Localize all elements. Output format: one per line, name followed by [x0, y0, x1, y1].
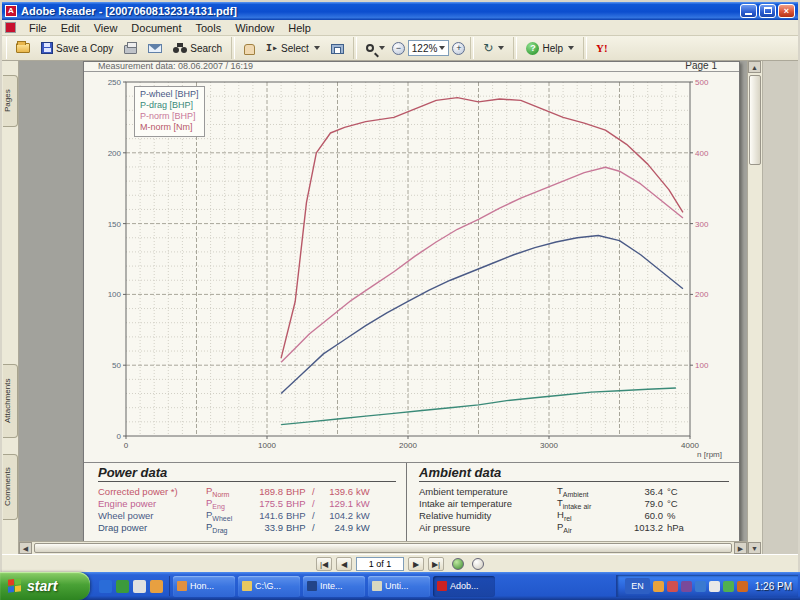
help-label: Help: [542, 43, 563, 54]
power-data-row: Wheel powerPWheel141.6BHP/104.2kW: [98, 509, 396, 521]
ambient-data-row: Intake air temperatureTintake air79.0°C: [419, 497, 729, 509]
scroll-right-icon[interactable]: ▶: [734, 542, 747, 554]
svg-text:0: 0: [124, 441, 129, 450]
open-button[interactable]: [12, 41, 34, 55]
page-number-label: Page 1: [685, 61, 717, 71]
first-page-button[interactable]: |◀: [316, 557, 332, 571]
search-button[interactable]: Search: [169, 41, 226, 56]
quick-launch-icon-3[interactable]: [133, 580, 146, 593]
help-button[interactable]: ? Help: [522, 40, 578, 57]
svg-text:0: 0: [117, 432, 122, 441]
scroll-down-icon[interactable]: ▼: [748, 542, 761, 554]
svg-text:3000: 3000: [540, 441, 558, 450]
taskbar-button-cg[interactable]: C:\G...: [238, 576, 300, 597]
tray-icon-2[interactable]: [667, 581, 678, 592]
power-data-row: Drag powerPDrag33.9BHP/24.9kW: [98, 521, 396, 533]
yahoo-toolbar-button[interactable]: Y!: [592, 40, 612, 56]
quick-launch-icon-1[interactable]: [99, 580, 112, 593]
menu-item-window[interactable]: Window: [228, 21, 281, 35]
tray-icon-4[interactable]: [695, 581, 706, 592]
tray-icon-6[interactable]: [723, 581, 734, 592]
legend-entry: M-norm [Nm]: [140, 122, 199, 133]
menu-item-tools[interactable]: Tools: [189, 21, 229, 35]
tray-icon-1[interactable]: [653, 581, 664, 592]
vertical-scrollbar[interactable]: ▲ ▼: [747, 61, 762, 554]
language-indicator[interactable]: EN: [625, 578, 650, 594]
email-button[interactable]: [144, 42, 166, 55]
hand-tool-button[interactable]: [240, 40, 259, 57]
print-button[interactable]: [120, 40, 141, 56]
taskbar-button-unti[interactable]: Unti...: [368, 576, 430, 597]
view-mode-button-2[interactable]: [472, 558, 484, 570]
horizontal-scrollbar[interactable]: ◀ ▶: [19, 541, 747, 554]
save-a-copy-button[interactable]: Save a Copy: [37, 40, 117, 56]
svg-text:2000: 2000: [399, 441, 417, 450]
window-title: Adobe Reader - [20070608132314131.pdf]: [21, 5, 740, 17]
quick-launch-icon-4[interactable]: [150, 580, 163, 593]
select-tool-button[interactable]: I▸ Select: [262, 40, 324, 56]
chevron-down-icon: [379, 46, 385, 50]
maximize-button[interactable]: [759, 4, 776, 18]
tab-attachments[interactable]: Attachments: [3, 364, 18, 438]
svg-text:150: 150: [108, 220, 122, 229]
previous-page-button[interactable]: ◀: [336, 557, 352, 571]
zoom-tool-button[interactable]: [362, 42, 389, 54]
binoculars-icon: [173, 43, 187, 53]
tray-icon-3[interactable]: [681, 581, 692, 592]
taskbar-button-hon[interactable]: Hon...: [173, 576, 235, 597]
last-page-button[interactable]: ▶|: [428, 557, 444, 571]
page-nav-indicator[interactable]: 1 of 1: [356, 557, 404, 571]
minimize-button[interactable]: [740, 4, 757, 18]
ambient-data-row: Air pressurePAir1013.2hPa: [419, 521, 729, 533]
horizontal-scroll-thumb[interactable]: [34, 543, 732, 553]
tray-icon-7[interactable]: [737, 581, 748, 592]
zoom-out-button[interactable]: −: [392, 42, 405, 55]
taskbar-button-adob[interactable]: Adob...: [433, 576, 495, 597]
system-tray: EN 1:26 PM: [616, 575, 798, 597]
close-button[interactable]: ×: [778, 4, 795, 18]
scroll-up-icon[interactable]: ▲: [748, 61, 761, 73]
zoom-level-box[interactable]: 122%: [408, 40, 450, 56]
ambient-data-row: Relative humidityHrel60.0%: [419, 509, 729, 521]
snapshot-button[interactable]: [327, 40, 348, 56]
menu-item-file[interactable]: File: [22, 21, 54, 35]
menu-item-view[interactable]: View: [87, 21, 125, 35]
start-label: start: [27, 578, 57, 594]
tray-icon-5[interactable]: [709, 581, 720, 592]
taskbar-button-inte[interactable]: Inte...: [303, 576, 365, 597]
windows-flag-icon: [8, 578, 22, 593]
window-gutter: [762, 61, 798, 554]
help-icon: ?: [526, 42, 539, 55]
svg-text:1000: 1000: [258, 441, 276, 450]
vertical-scroll-thumb[interactable]: [749, 75, 761, 165]
tab-pages[interactable]: Pages: [3, 75, 18, 127]
magnifier-icon: [366, 44, 374, 52]
zoom-in-button[interactable]: +: [452, 42, 465, 55]
power-data-panel: Power data Corrected power *)PNorm189.8B…: [84, 463, 406, 541]
menu-item-document[interactable]: Document: [124, 21, 188, 35]
svg-text:400: 400: [695, 149, 709, 158]
chevron-down-icon: [568, 46, 574, 50]
svg-text:50: 50: [112, 361, 121, 370]
taskbar-clock: 1:26 PM: [755, 581, 792, 592]
save-a-copy-label: Save a Copy: [56, 43, 113, 54]
rotate-icon: ↻: [483, 41, 493, 55]
select-label: Select: [281, 43, 309, 54]
menu-bar: FileEditViewDocumentToolsWindowHelp: [2, 20, 798, 36]
start-button[interactable]: start: [0, 572, 90, 600]
scroll-left-icon[interactable]: ◀: [19, 542, 32, 554]
tab-comments[interactable]: Comments: [3, 454, 18, 520]
chart-legend: P-wheel [BHP]P-drag [BHP]P-norm [BHP]M-n…: [134, 86, 205, 137]
menu-item-edit[interactable]: Edit: [54, 21, 87, 35]
rotate-view-button[interactable]: ↻: [479, 39, 508, 57]
search-label: Search: [190, 43, 222, 54]
menu-item-help[interactable]: Help: [281, 21, 318, 35]
svg-text:4000: 4000: [681, 441, 699, 450]
view-mode-button-1[interactable]: [452, 558, 464, 570]
hand-icon: [244, 44, 255, 55]
zoom-level-value: 122%: [412, 43, 438, 54]
adobe-icon: [437, 581, 447, 591]
notepad-icon: [372, 581, 382, 591]
next-page-button[interactable]: ▶: [408, 557, 424, 571]
quick-launch-icon-2[interactable]: [116, 580, 129, 593]
